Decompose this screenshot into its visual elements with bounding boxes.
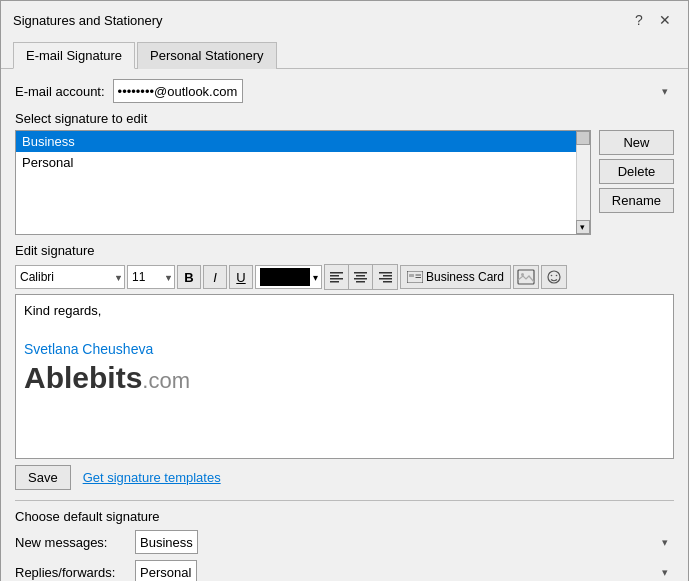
select-sig-label: Select signature to edit (15, 111, 674, 126)
sig-action-buttons: New Delete Rename (599, 130, 674, 235)
align-center-icon (354, 271, 367, 284)
sig-content-line1: Kind regards, (24, 303, 665, 318)
sig-content-logo: Ablebits.com (24, 361, 665, 395)
signature-edit-area[interactable]: Kind regards, Svetlana Cheusheva Ablebit… (15, 294, 674, 459)
align-center-button[interactable] (349, 265, 373, 289)
svg-rect-8 (379, 272, 392, 274)
sig-list-item-business[interactable]: Business (16, 131, 576, 152)
email-account-label: E-mail account: (15, 84, 105, 99)
svg-point-17 (521, 273, 524, 276)
new-messages-label: New messages: (15, 535, 135, 550)
insert-image-icon (517, 269, 535, 285)
font-size-select[interactable]: 11 (127, 265, 175, 289)
sig-list-scrollbar[interactable]: ▾ (576, 131, 590, 234)
font-size-wrapper: 11 ▾ (127, 265, 175, 289)
title-bar-controls: ? ✕ (628, 9, 676, 31)
align-right-button[interactable] (373, 265, 397, 289)
dialog-title: Signatures and Stationery (13, 13, 163, 28)
insert-link-button[interactable] (541, 265, 567, 289)
divider (15, 500, 674, 501)
italic-button[interactable]: I (203, 265, 227, 289)
svg-rect-2 (330, 278, 343, 280)
insert-image-button[interactable] (513, 265, 539, 289)
save-row: Save Get signature templates (15, 465, 674, 490)
sig-content-name: Svetlana Cheusheva (24, 341, 665, 357)
align-left-icon (330, 271, 343, 284)
svg-rect-11 (383, 281, 392, 283)
replies-select[interactable]: Personal (135, 560, 197, 581)
font-name-wrapper: Calibri ▾ (15, 265, 125, 289)
sig-list-item-personal[interactable]: Personal (16, 152, 576, 173)
rename-button[interactable]: Rename (599, 188, 674, 213)
underline-button[interactable]: U (229, 265, 253, 289)
replies-row: Replies/forwards: Personal (15, 560, 674, 581)
email-account-select-wrapper: ••••••••@outlook.com (113, 79, 674, 103)
font-color-dropdown-btn[interactable]: ▾ (312, 272, 319, 283)
dialog: Signatures and Stationery ? ✕ E-mail Sig… (0, 0, 689, 581)
new-messages-select[interactable]: Business (135, 530, 198, 554)
svg-rect-1 (330, 275, 339, 277)
svg-rect-10 (379, 278, 392, 280)
svg-rect-9 (383, 275, 392, 277)
sig-logo-bold: Ablebits (24, 361, 142, 394)
dialog-content: E-mail account: ••••••••@outlook.com Sel… (1, 68, 688, 581)
new-messages-row: New messages: Business (15, 530, 674, 554)
save-button[interactable]: Save (15, 465, 71, 490)
font-name-select[interactable]: Calibri (15, 265, 125, 289)
business-card-button[interactable]: Business Card (400, 265, 511, 289)
svg-point-20 (556, 275, 558, 277)
bold-button[interactable]: B (177, 265, 201, 289)
help-button[interactable]: ? (628, 9, 650, 31)
sig-logo-com: .com (142, 368, 190, 393)
svg-rect-16 (518, 270, 534, 284)
email-account-select[interactable]: ••••••••@outlook.com (113, 79, 243, 103)
sig-list-box[interactable]: Business Personal ▾ (15, 130, 591, 235)
svg-rect-3 (330, 281, 339, 283)
sig-content-line2 (24, 322, 665, 337)
svg-rect-6 (354, 278, 367, 280)
align-right-icon (379, 271, 392, 284)
align-left-button[interactable] (325, 265, 349, 289)
scrollbar-bottom[interactable]: ▾ (576, 220, 590, 234)
delete-button[interactable]: Delete (599, 159, 674, 184)
insert-link-icon (545, 269, 563, 285)
edit-sig-label: Edit signature (15, 243, 674, 258)
sig-list-area: Business Personal ▾ New Delete Rename (15, 130, 674, 235)
replies-label: Replies/forwards: (15, 565, 135, 580)
get-templates-link[interactable]: Get signature templates (83, 470, 221, 485)
svg-rect-5 (356, 275, 365, 277)
font-color-swatch (260, 268, 310, 286)
tab-personal-stationery[interactable]: Personal Stationery (137, 42, 276, 69)
email-account-row: E-mail account: ••••••••@outlook.com (15, 79, 674, 103)
close-button[interactable]: ✕ (654, 9, 676, 31)
new-messages-select-wrapper: Business (135, 530, 674, 554)
svg-rect-4 (354, 272, 367, 274)
title-bar: Signatures and Stationery ? ✕ (1, 1, 688, 35)
default-sig-section-label: Choose default signature (15, 509, 674, 524)
svg-rect-13 (409, 274, 414, 277)
scrollbar-thumb (576, 131, 590, 145)
replies-select-wrapper: Personal (135, 560, 674, 581)
edit-toolbar: Calibri ▾ 11 ▾ B I U ▾ (15, 264, 674, 290)
align-btn-group (324, 264, 398, 290)
new-button[interactable]: New (599, 130, 674, 155)
svg-point-19 (551, 275, 553, 277)
font-color-wrapper[interactable]: ▾ (255, 265, 322, 289)
default-sig-section: Choose default signature New messages: B… (15, 509, 674, 581)
svg-rect-7 (356, 281, 365, 283)
tab-bar: E-mail Signature Personal Stationery (1, 35, 688, 68)
svg-rect-0 (330, 272, 343, 274)
business-card-icon (407, 271, 423, 283)
tab-email-signature[interactable]: E-mail Signature (13, 42, 135, 69)
